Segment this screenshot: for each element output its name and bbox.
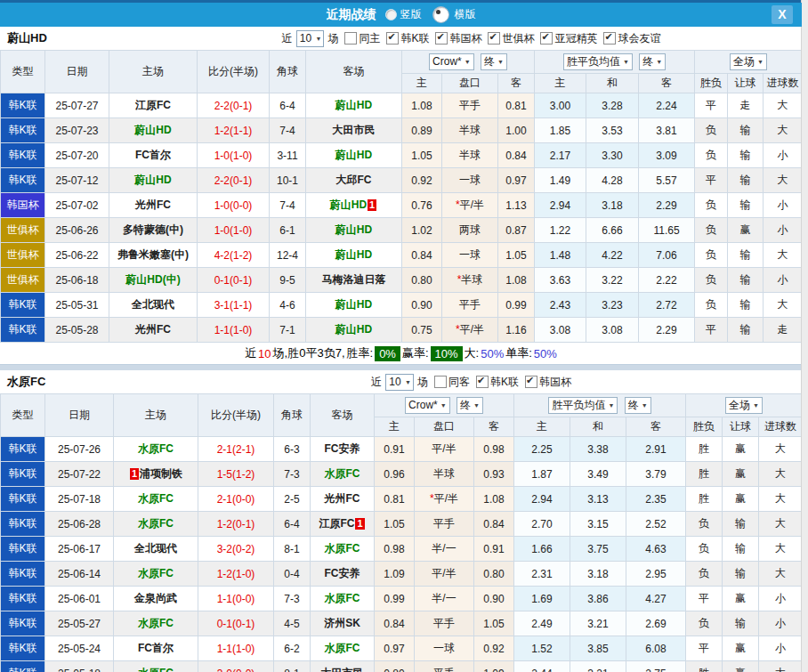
odds-final-select[interactable]: 终▼ xyxy=(481,53,507,70)
odds-handicap: 半球 xyxy=(442,143,498,168)
odds-final-select[interactable]: 终▼ xyxy=(457,397,483,414)
home-team-cell: 蔚山HD xyxy=(109,168,198,193)
match-row: 韩K联25-07-18水原FC2-1(0-0)2-5光州FC0.81*平/半1.… xyxy=(1,487,803,512)
result-handicap: 赢 xyxy=(723,661,759,672)
result-handicap: 输 xyxy=(728,318,764,343)
odds-home: 1.09 xyxy=(375,562,415,587)
avg-away: 3.09 xyxy=(639,143,695,168)
result-outcome: 胜 xyxy=(686,487,723,512)
away-team-cell: 大田市民 xyxy=(306,118,402,143)
competition-checkbox[interactable]: 世俱杯 xyxy=(488,31,534,46)
result-goals: 大 xyxy=(759,487,803,512)
avg-draw: 3.85 xyxy=(570,636,626,661)
col-odds-away: 客 xyxy=(474,417,514,437)
match-score: 1-1(0-0) xyxy=(198,587,274,611)
close-button[interactable]: X xyxy=(772,5,793,24)
result-outcome: 负 xyxy=(695,143,728,168)
competition-checkbox[interactable]: 韩国杯 xyxy=(525,375,571,390)
corner-score: 8-1 xyxy=(274,537,311,562)
fulltime-select[interactable]: 全场▼ xyxy=(730,53,767,70)
home-team-cell: 水原FC xyxy=(114,611,198,636)
record-summary: 近10场,胜0平3负7, 胜率:0% 赢率:10% 大:50% 单率:50% xyxy=(0,343,802,364)
checkbox-label: 韩K联 xyxy=(490,375,519,390)
odds-home: 0.84 xyxy=(402,243,442,268)
checkbox-label: 同主 xyxy=(359,31,380,46)
odds-group-header: Crow*▼ 终▼ xyxy=(402,51,535,74)
games-count-select[interactable]: 10 ▼ xyxy=(385,374,414,391)
odds-handicap: 半/一 xyxy=(415,587,474,611)
match-score: 1-2(1-0) xyxy=(198,562,274,587)
league-type-cell: 韩K联 xyxy=(1,118,45,143)
games-suffix-label: 场 xyxy=(417,375,428,390)
scrollbar-track[interactable] xyxy=(801,0,808,672)
chevron-down-icon: ▼ xyxy=(465,59,471,65)
games-count-select[interactable]: 10 ▼ xyxy=(296,30,325,47)
result-handicap: 输 xyxy=(723,537,759,562)
result-goals: 大 xyxy=(759,462,803,487)
match-row: 韩K联25-07-12蔚山HD2-2(0-1)10-1大邱FC0.92一球0.9… xyxy=(1,168,803,193)
odds-away: 1.09 xyxy=(474,661,514,672)
result-goals: 大 xyxy=(759,562,803,587)
away-team-cell: 蔚山HD xyxy=(306,293,402,318)
odds-source-select[interactable]: Crow*▼ xyxy=(405,397,450,414)
same-venue-checkbox[interactable]: 同客 xyxy=(434,375,470,390)
radio-label: 横版 xyxy=(455,7,476,22)
odds-away: 0.84 xyxy=(474,512,514,537)
competition-checkbox[interactable]: 球会友谊 xyxy=(603,31,660,46)
avg-final-select[interactable]: 终▼ xyxy=(639,53,666,70)
match-date: 25-05-27 xyxy=(45,611,114,636)
layout-radio-vertical[interactable]: 竖版 xyxy=(385,7,422,22)
avg-source-select[interactable]: 胜平负均值▼ xyxy=(548,397,618,414)
fulltime-select[interactable]: 全场▼ xyxy=(725,397,763,414)
result-outcome: 胜 xyxy=(686,462,723,487)
layout-radio-horizontal[interactable]: 横版 xyxy=(431,6,476,23)
odds-away: 0.91 xyxy=(474,537,514,562)
checkbox-icon xyxy=(434,376,447,388)
profit-rate-badge: 10% xyxy=(431,346,463,361)
avg-home: 3.00 xyxy=(535,93,586,118)
games-count: 10 xyxy=(258,347,271,360)
home-team-cell: 全北现代 xyxy=(114,537,198,562)
competition-checkbox[interactable]: 韩K联 xyxy=(476,375,519,390)
result-goals: 大 xyxy=(764,168,803,193)
avg-away: 6.08 xyxy=(626,636,686,661)
early-odds-marker: * xyxy=(456,198,460,211)
checkbox-label: 球会友谊 xyxy=(618,31,660,46)
chevron-down-icon: ▼ xyxy=(497,59,504,65)
avg-away: 2.91 xyxy=(626,437,686,462)
competition-checkbox[interactable]: 亚冠精英 xyxy=(540,31,597,46)
chevron-down-icon: ▼ xyxy=(623,59,629,65)
corner-score: 0-4 xyxy=(274,562,311,587)
match-row: 韩K联25-06-28水原FC1-2(0-1)6-4江原FC11.05平手0.8… xyxy=(1,512,803,537)
result-outcome: 平 xyxy=(686,587,723,611)
avg-home: 1.69 xyxy=(514,587,570,611)
avg-draw: 3.53 xyxy=(586,118,639,143)
odds-away: 0.87 xyxy=(498,218,535,243)
corner-score: 6-3 xyxy=(274,437,311,462)
away-team-cell: FC安养 xyxy=(311,437,375,462)
avg-source-select[interactable]: 胜平负均值▼ xyxy=(563,53,633,70)
chevron-down-icon: ▼ xyxy=(440,402,447,409)
away-team-cell: 大田市民 xyxy=(311,661,375,672)
checkbox-icon xyxy=(344,32,357,45)
competition-checkbox[interactable]: 韩K联 xyxy=(386,31,429,46)
odds-away: 0.90 xyxy=(474,587,514,611)
competition-checkbox[interactable]: 韩国杯 xyxy=(435,31,481,46)
match-row: 韩K联25-07-27江原FC2-2(0-1)6-4蔚山HD1.08平手0.81… xyxy=(1,93,803,118)
odds-handicap: 平/半 xyxy=(415,562,474,587)
match-score: 2-2(0-1) xyxy=(198,168,270,193)
home-team-cell: 水原FC xyxy=(114,487,198,512)
avg-group-header: 胜平负均值▼ 终▼ xyxy=(514,394,686,417)
avg-away: 11.65 xyxy=(639,218,695,243)
result-goals: 大 xyxy=(759,661,803,672)
avg-final-select[interactable]: 终▼ xyxy=(625,397,651,414)
match-date: 25-07-26 xyxy=(45,437,114,462)
result-goals: 小 xyxy=(764,268,803,293)
avg-draw: 6.66 xyxy=(586,218,639,243)
odds-away: 0.81 xyxy=(498,93,535,118)
same-venue-checkbox[interactable]: 同主 xyxy=(344,31,380,46)
odds-away: 1.16 xyxy=(498,318,535,343)
odds-source-select[interactable]: Crow*▼ xyxy=(429,53,474,70)
chevron-down-icon: ▼ xyxy=(642,402,648,409)
home-team-cell: 弗鲁米嫩塞(中) xyxy=(109,243,198,268)
